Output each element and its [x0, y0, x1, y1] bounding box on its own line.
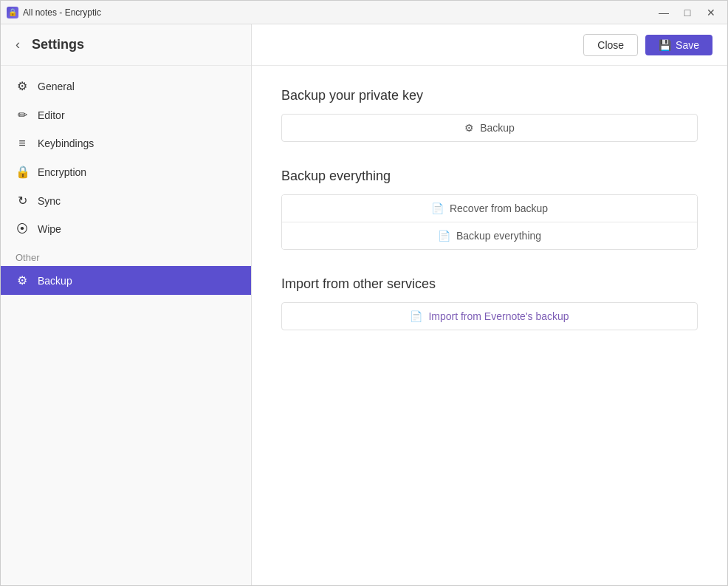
titlebar: 🔒 All notes - Encryptic — □ ✕ — [1, 1, 727, 24]
sidebar-item-backup[interactable]: ⚙ Backup — [1, 266, 251, 295]
backup-gear-icon: ⚙ — [464, 122, 474, 134]
other-section-divider: Other — [1, 243, 251, 266]
sidebar-nav: ⚙ General ✏ Editor ≡ Keybindings 🔒 Encry… — [1, 66, 251, 585]
titlebar-controls: — □ ✕ — [653, 5, 721, 20]
sidebar: ‹ Settings ⚙ General ✏ Editor ≡ Keybindi… — [1, 24, 252, 585]
sidebar-item-keybindings[interactable]: ≡ Keybindings — [1, 129, 251, 157]
sidebar-item-general[interactable]: ⚙ General — [1, 72, 251, 100]
app-icon: 🔒 — [7, 7, 18, 18]
evernote-icon: 📄 — [410, 310, 422, 322]
main-content: Close 💾 Save Backup your private key ⚙ B… — [252, 24, 727, 585]
keybindings-icon: ≡ — [16, 137, 29, 150]
section-backup-everything: Backup everything 📄 Recover from backup … — [281, 168, 698, 250]
section-backup-private-key: Backup your private key ⚙ Backup — [281, 88, 698, 142]
encryption-icon: 🔒 — [16, 165, 29, 179]
sync-icon: ↻ — [16, 194, 29, 208]
backup-private-key-label: Backup — [480, 122, 515, 134]
backup-everything-actions: 📄 Recover from backup 📄 Backup everythin… — [281, 194, 698, 250]
recover-from-backup-button[interactable]: 📄 Recover from backup — [282, 195, 697, 222]
backup-everything-icon: 📄 — [438, 230, 450, 242]
wipe-icon: ⦿ — [16, 222, 29, 236]
minimize-button[interactable]: — — [653, 5, 674, 20]
app-content: ‹ Settings ⚙ General ✏ Editor ≡ Keybindi… — [1, 24, 727, 585]
sidebar-item-label-keybindings: Keybindings — [38, 137, 94, 149]
sidebar-item-label-editor: Editor — [38, 109, 65, 121]
app-window: 🔒 All notes - Encryptic — □ ✕ ‹ Settings… — [0, 0, 728, 586]
import-evernote-label: Import from Evernote's backup — [428, 310, 569, 322]
maximize-button[interactable]: □ — [677, 5, 698, 20]
sidebar-header: ‹ Settings — [1, 24, 251, 66]
sidebar-item-wipe[interactable]: ⦿ Wipe — [1, 215, 251, 243]
back-button[interactable]: ‹ — [13, 34, 23, 55]
backup-everything-label: Backup everything — [456, 230, 541, 242]
recover-icon: 📄 — [431, 202, 444, 214]
titlebar-title: All notes - Encryptic — [23, 7, 101, 18]
backup-private-key-button[interactable]: ⚙ Backup — [281, 114, 698, 142]
sidebar-item-encryption[interactable]: 🔒 Encryption — [1, 157, 251, 186]
save-label: Save — [676, 39, 699, 51]
sidebar-title: Settings — [32, 37, 84, 52]
main-header: Close 💾 Save — [252, 24, 727, 66]
import-evernote-button[interactable]: 📄 Import from Evernote's backup — [281, 302, 698, 330]
editor-icon: ✏ — [16, 108, 29, 122]
recover-from-backup-label: Recover from backup — [450, 202, 548, 214]
backup-everything-button[interactable]: 📄 Backup everything — [282, 222, 697, 249]
section-title-backup-everything: Backup everything — [281, 168, 698, 184]
save-settings-button[interactable]: 💾 Save — [645, 35, 712, 55]
section-import-services: Import from other services 📄 Import from… — [281, 276, 698, 330]
sidebar-item-label-encryption: Encryption — [38, 166, 86, 178]
section-title-backup-private-key: Backup your private key — [281, 88, 698, 103]
sidebar-item-label-general: General — [38, 81, 75, 92]
window-close-button[interactable]: ✕ — [701, 5, 721, 20]
save-icon: 💾 — [659, 39, 671, 51]
backup-icon: ⚙ — [16, 273, 29, 287]
section-title-import-services: Import from other services — [281, 276, 698, 292]
sidebar-item-label-wipe: Wipe — [38, 223, 61, 235]
sidebar-item-sync[interactable]: ↻ Sync — [1, 186, 251, 215]
sidebar-item-editor[interactable]: ✏ Editor — [1, 100, 251, 129]
sidebar-item-label-sync: Sync — [38, 195, 61, 207]
close-settings-button[interactable]: Close — [583, 34, 638, 56]
sidebar-item-label-backup: Backup — [38, 275, 72, 287]
titlebar-left: 🔒 All notes - Encryptic — [7, 7, 101, 18]
main-scroll-area: Backup your private key ⚙ Backup Backup … — [252, 66, 727, 585]
general-icon: ⚙ — [16, 79, 29, 93]
